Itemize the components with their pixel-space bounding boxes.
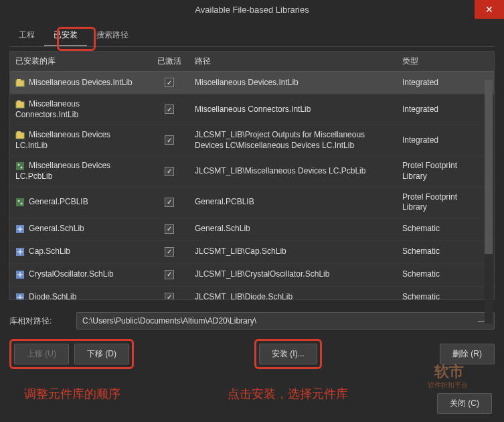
tab-installed[interactable]: 已安装 bbox=[44, 25, 87, 46]
svg-rect-3 bbox=[17, 100, 21, 102]
lib-type: Integrated bbox=[397, 133, 471, 148]
lib-path: JLCSMT_LIB\Miscellaneous Devices LC.PcbL… bbox=[189, 164, 397, 179]
library-icon bbox=[15, 224, 25, 234]
lib-type: Integrated bbox=[397, 102, 471, 117]
activated-checkbox[interactable]: ✓ bbox=[165, 198, 174, 207]
svg-rect-2 bbox=[16, 102, 24, 108]
lib-type: Integrated bbox=[397, 76, 471, 90]
lib-name: General.SchLib bbox=[29, 224, 84, 233]
table-row[interactable]: Miscellaneous Connectors.IntLib✓Miscella… bbox=[10, 94, 494, 125]
library-grid: 已安装的库 已激活 路径 类型 Miscellaneous Devices.In… bbox=[9, 51, 495, 300]
relpath-label: 库相对路径: bbox=[9, 315, 70, 327]
lib-path: General.PCBLIB bbox=[189, 195, 397, 210]
annotation-left: 调整元件库的顺序 bbox=[24, 386, 120, 402]
lib-path: JLCSMT_LIB\CrystalOscillator.SchLib bbox=[189, 267, 397, 282]
lib-path: JLCSMT_LIB\Cap.SchLib bbox=[189, 244, 397, 259]
svg-rect-5 bbox=[17, 131, 21, 133]
lib-name: Miscellaneous Devices LC.IntLib bbox=[15, 130, 110, 150]
lib-name: Miscellaneous Devices LC.PcbLib bbox=[15, 161, 110, 181]
watermark-sub: 软件折扣平台 bbox=[428, 380, 468, 390]
activated-checkbox[interactable]: ✓ bbox=[165, 104, 174, 114]
library-icon bbox=[15, 270, 25, 279]
col-header-activated[interactable]: 已激活 bbox=[149, 52, 189, 71]
library-icon bbox=[15, 100, 25, 109]
activated-checkbox[interactable]: ✓ bbox=[165, 247, 174, 257]
scrollbar[interactable] bbox=[485, 80, 493, 324]
highlight-install-button: 安装 (I)... bbox=[254, 339, 322, 369]
grid-header: 已安装的库 已激活 路径 类型 bbox=[10, 52, 494, 72]
table-row[interactable]: Miscellaneous Devices.IntLib✓Miscellaneo… bbox=[10, 72, 494, 94]
tab-project[interactable]: 工程 bbox=[9, 25, 44, 46]
lib-path: Miscellaneous Devices.IntLib bbox=[189, 76, 397, 90]
svg-rect-9 bbox=[16, 198, 24, 206]
lib-type: Schematic bbox=[397, 290, 471, 299]
col-header-path[interactable]: 路径 bbox=[189, 52, 397, 71]
svg-point-8 bbox=[21, 167, 23, 169]
lib-path: Miscellaneous Connectors.IntLib bbox=[189, 102, 397, 117]
scroll-thumb[interactable] bbox=[485, 80, 493, 254]
library-icon bbox=[15, 247, 25, 257]
lib-name: Miscellaneous Devices.IntLib bbox=[29, 78, 133, 87]
lib-name: Miscellaneous Connectors.IntLib bbox=[15, 99, 80, 119]
annotation-right: 点击安装，选择元件库 bbox=[228, 386, 348, 402]
lib-type: Schematic bbox=[397, 222, 471, 236]
library-icon bbox=[15, 78, 25, 88]
relpath-value: C:\Users\Public\Documents\Altium\AD20\Li… bbox=[82, 316, 256, 326]
lib-name: CrystalOscillator.SchLib bbox=[29, 269, 114, 279]
activated-checkbox[interactable]: ✓ bbox=[165, 135, 174, 145]
lib-name: Diode.SchLib bbox=[29, 292, 76, 299]
activated-checkbox[interactable]: ✓ bbox=[165, 78, 174, 87]
table-row[interactable]: Miscellaneous Devices LC.IntLib✓JLCSMT_L… bbox=[10, 125, 494, 156]
lib-name: Cap.SchLib bbox=[29, 247, 70, 256]
activated-checkbox[interactable]: ✓ bbox=[165, 270, 174, 279]
table-row[interactable]: Miscellaneous Devices LC.PcbLib✓JLCSMT_L… bbox=[10, 156, 494, 187]
move-down-button[interactable]: 下移 (D) bbox=[74, 344, 129, 364]
install-button[interactable]: 安装 (I)... bbox=[259, 344, 317, 364]
svg-rect-1 bbox=[17, 79, 21, 81]
window-title: Available File-based Libraries bbox=[195, 5, 309, 15]
table-row[interactable]: General.SchLib✓General.SchLibSchematic bbox=[10, 218, 494, 241]
highlight-move-buttons: 上移 (U) 下移 (D) bbox=[9, 339, 134, 369]
activated-checkbox[interactable]: ✓ bbox=[165, 224, 174, 234]
tab-search-path[interactable]: 搜索路径 bbox=[87, 25, 138, 46]
lib-path: General.SchLib bbox=[189, 222, 397, 236]
lib-name: General.PCBLIB bbox=[29, 197, 88, 206]
table-row[interactable]: CrystalOscillator.SchLib✓JLCSMT_LIB\Crys… bbox=[10, 264, 494, 287]
svg-point-10 bbox=[18, 200, 20, 202]
titlebar: Available File-based Libraries ✕ bbox=[0, 0, 504, 19]
svg-point-11 bbox=[21, 203, 23, 205]
activated-checkbox[interactable]: ✓ bbox=[165, 167, 174, 176]
delete-button[interactable]: 删除 (R) bbox=[440, 344, 495, 364]
close-icon[interactable]: ✕ bbox=[475, 0, 504, 19]
lib-path: JLCSMT_LIB\Project Outputs for Miscellan… bbox=[189, 128, 397, 153]
library-icon bbox=[15, 131, 25, 140]
tabs: 工程 已安装 搜索路径 bbox=[9, 25, 495, 47]
relpath-input[interactable]: C:\Users\Public\Documents\Altium\AD20\Li… bbox=[76, 312, 495, 330]
col-header-name[interactable]: 已安装的库 bbox=[10, 52, 149, 71]
lib-type: Schematic bbox=[397, 267, 471, 282]
move-up-button[interactable]: 上移 (U) bbox=[14, 344, 69, 364]
library-icon bbox=[15, 293, 25, 299]
activated-checkbox[interactable]: ✓ bbox=[165, 293, 174, 299]
table-row[interactable]: Cap.SchLib✓JLCSMT_LIB\Cap.SchLibSchemati… bbox=[10, 241, 494, 264]
col-header-type[interactable]: 类型 bbox=[397, 52, 471, 71]
close-button[interactable]: 关闭 (C) bbox=[437, 393, 492, 414]
lib-type: Protel Footprint Library bbox=[397, 190, 471, 215]
table-row[interactable]: Diode.SchLib✓JLCSMT_LIB\Diode.SchLibSche… bbox=[10, 287, 494, 299]
svg-rect-4 bbox=[16, 133, 24, 139]
library-icon bbox=[15, 161, 25, 171]
svg-rect-0 bbox=[16, 80, 24, 86]
lib-type: Schematic bbox=[397, 244, 471, 259]
lib-type: Protel Footprint Library bbox=[397, 159, 471, 184]
table-row[interactable]: General.PCBLIB✓General.PCBLIBProtel Foot… bbox=[10, 188, 494, 218]
svg-rect-6 bbox=[16, 162, 24, 170]
library-icon bbox=[15, 198, 25, 207]
svg-point-7 bbox=[18, 164, 20, 166]
lib-path: JLCSMT_LIB\Diode.SchLib bbox=[189, 290, 397, 299]
